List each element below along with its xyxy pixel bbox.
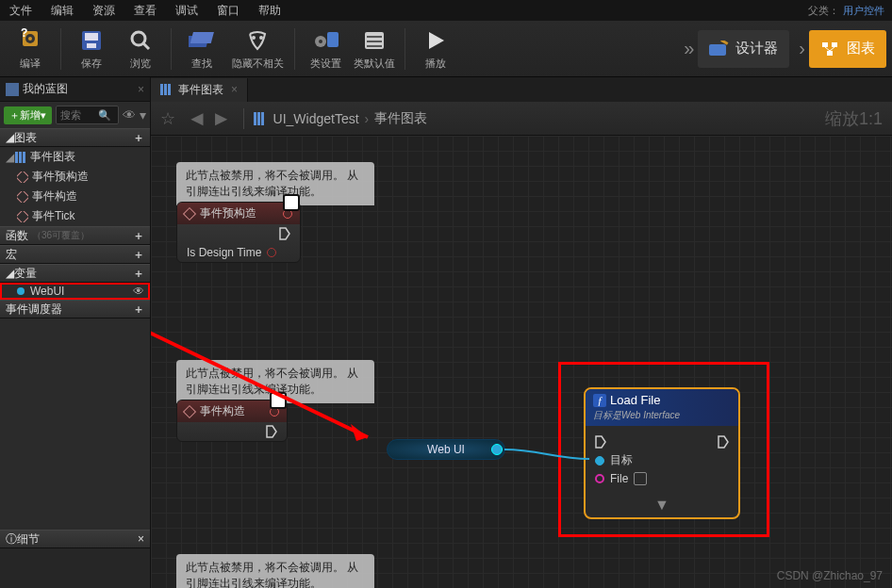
annotation-box [558, 362, 769, 537]
exec-out-pin[interactable] [266, 425, 277, 438]
object-pin-icon [17, 287, 25, 295]
svg-point-2 [28, 37, 32, 41]
close-details-icon[interactable]: × [138, 532, 144, 546]
find-icon [189, 27, 215, 54]
svg-point-7 [132, 32, 145, 45]
menu-help[interactable]: 帮助 [249, 3, 290, 19]
browse-button[interactable]: 浏览 [116, 23, 165, 75]
defaults-icon [361, 27, 388, 54]
section-dispatchers[interactable]: 事件调度器＋ [0, 300, 150, 318]
menu-window[interactable]: 窗口 [207, 3, 249, 19]
variable-webui[interactable]: WebUI 👁 [0, 283, 150, 300]
svg-rect-33 [17, 211, 28, 222]
event-icon [183, 206, 196, 220]
section-functions[interactable]: 函数（36可覆盖）＋ [0, 226, 150, 245]
add-macro-icon[interactable]: ＋ [133, 247, 144, 263]
favorite-icon[interactable]: ☆ [160, 108, 175, 129]
search-input[interactable]: 🔍 [56, 106, 119, 124]
svg-rect-10 [190, 32, 214, 43]
play-icon [422, 27, 449, 54]
add-dispatcher-icon[interactable]: ＋ [133, 302, 144, 318]
save-button[interactable]: 保存 [67, 23, 116, 75]
find-button[interactable]: 查找 [177, 23, 226, 75]
svg-rect-24 [832, 42, 837, 47]
close-tab-icon[interactable]: × [138, 83, 144, 96]
class-defaults-button[interactable]: 类默认值 [350, 23, 399, 75]
graph-crumb-icon [254, 112, 264, 125]
svg-rect-5 [85, 33, 98, 41]
tree-item[interactable]: 事件预构造 [0, 167, 150, 187]
menu-file[interactable]: 文件 [0, 3, 41, 19]
play-button[interactable]: 播放 [411, 23, 460, 75]
svg-rect-31 [17, 172, 28, 183]
nav-back-icon[interactable]: ◄ [187, 106, 207, 131]
graph-area: 事件图表 × ☆ ◄ ► UI_WidgetTest › 事件图表 缩放1:1 … [151, 77, 892, 588]
add-variable-icon[interactable]: ＋ [133, 266, 144, 282]
close-graph-tab-icon[interactable]: × [231, 83, 238, 96]
svg-rect-28 [15, 152, 18, 163]
node-toggle[interactable] [270, 392, 287, 409]
nav-forward-icon[interactable]: ► [211, 106, 232, 131]
graph-canvas[interactable]: 此节点被禁用，将不会被调用。 从引脚连出引线来编译功能。 事件预构造 Is De… [151, 136, 892, 588]
svg-rect-15 [327, 32, 339, 47]
svg-rect-29 [19, 152, 22, 163]
event-graph-tab[interactable]: 事件图表 × [151, 78, 248, 102]
bool-pin-icon[interactable] [267, 248, 276, 257]
svg-point-14 [319, 40, 322, 43]
svg-line-27 [830, 47, 834, 51]
node-variable-webui[interactable]: Web UI [387, 439, 505, 460]
tree-item[interactable]: 事件Tick [0, 206, 150, 226]
svg-rect-25 [827, 51, 833, 56]
breadcrumb-asset[interactable]: UI_WidgetTest [273, 111, 359, 126]
svg-text:?: ? [21, 27, 27, 40]
tree-event-graph[interactable]: ◢事件图表 [0, 147, 150, 167]
add-function-icon[interactable]: ＋ [133, 228, 144, 244]
add-graph-icon[interactable]: ＋ [133, 130, 144, 146]
node-disabled-comment: 此节点被禁用，将不会被调用。 从引脚连出引线来编译功能。 [176, 554, 374, 588]
toolbar: ? 编译 保存 浏览 查找 隐藏不相关 类设置 类默认值 播放 » 设计器 › … [0, 21, 892, 77]
svg-line-8 [143, 43, 149, 49]
watermark: CSDN @Zhichao_97 [777, 569, 883, 582]
menu-edit[interactable]: 编辑 [41, 3, 83, 19]
section-macros[interactable]: 宏＋ [0, 245, 150, 264]
menu-debug[interactable]: 调试 [166, 3, 207, 19]
section-graph[interactable]: ◢图表＋ [0, 128, 150, 147]
tree-item[interactable]: 事件构造 [0, 187, 150, 206]
blueprint-tab-label[interactable]: 我的蓝图 [23, 81, 68, 97]
svg-point-11 [252, 36, 256, 40]
hide-unrelated-button[interactable]: 隐藏不相关 [226, 23, 289, 75]
mode-separator-icon: › [799, 38, 805, 59]
visibility-toggle-icon[interactable]: 👁 ▾ [123, 107, 146, 122]
blueprint-tab-icon [6, 83, 19, 96]
class-settings-button[interactable]: 类设置 [301, 23, 350, 75]
svg-rect-32 [17, 191, 28, 203]
node-disabled-comment: 此节点被禁用，将不会被调用。 从引脚连出引线来编译功能。 [176, 162, 374, 205]
compile-button[interactable]: ? 编译 [6, 23, 55, 75]
my-blueprint-panel: 我的蓝图 × ＋新增 ▾ 🔍 👁 ▾ ◢图表＋ ◢事件图表 事件预构造 事件构造… [0, 77, 151, 588]
breadcrumb-graph[interactable]: 事件图表 [374, 110, 427, 127]
chevrons-icon[interactable]: » [684, 38, 694, 59]
chart-icon [820, 41, 841, 57]
add-new-button[interactable]: ＋新增 ▾ [4, 106, 52, 124]
zoom-level: 缩放1:1 [825, 107, 883, 130]
section-variables[interactable]: ◢变量＋ [0, 264, 150, 283]
browse-icon [127, 27, 154, 54]
chart-mode-button[interactable]: 图表 [809, 30, 886, 68]
exec-out-pin[interactable] [279, 227, 290, 240]
save-icon [78, 27, 105, 54]
event-icon [183, 404, 196, 417]
menu-asset[interactable]: 资源 [83, 3, 124, 19]
node-toggle[interactable] [283, 194, 300, 211]
designer-mode-button[interactable]: 设计器 [698, 30, 789, 68]
settings-icon [312, 27, 339, 54]
menu-view[interactable]: 查看 [124, 3, 166, 19]
pin-is-design-time[interactable]: Is Design Time [187, 246, 261, 259]
details-tab[interactable]: ⓘ 细节× [0, 530, 150, 548]
object-out-pin[interactable] [491, 444, 503, 455]
node-event-preconstruct[interactable]: 事件预构造 Is Design Time [176, 202, 301, 263]
svg-marker-20 [429, 32, 444, 49]
variable-visibility-icon[interactable]: 👁 [133, 285, 144, 298]
parent-class-link[interactable]: 用户控件 [843, 4, 892, 18]
svg-rect-23 [822, 42, 828, 47]
parent-class-label: 父类： [808, 4, 843, 18]
